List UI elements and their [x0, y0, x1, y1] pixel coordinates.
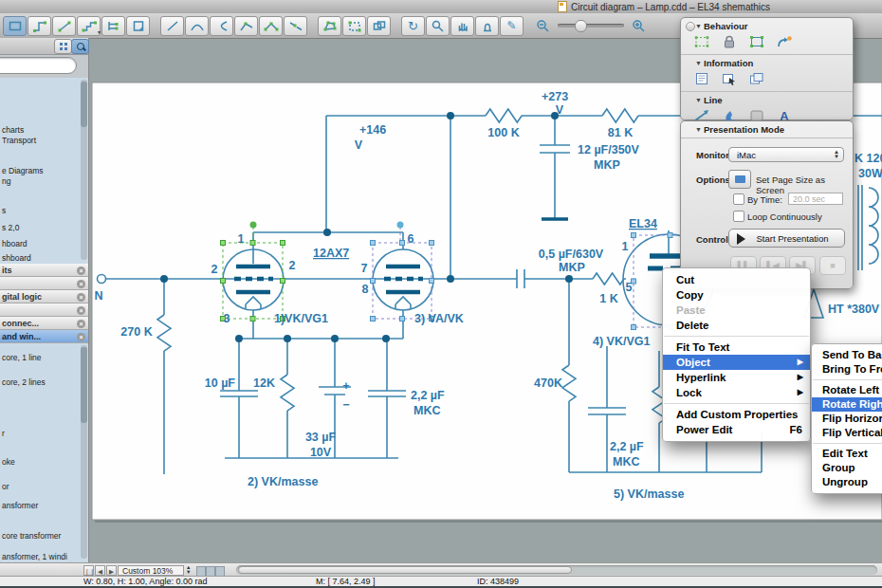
library-section[interactable]: ×	[0, 303, 88, 317]
library-item[interactable]: core transformer	[2, 531, 61, 541]
library-item[interactable]: oke	[2, 457, 15, 467]
submenu-item-rotate-left[interactable]: Rotate Left (	[812, 383, 882, 397]
label-el34[interactable]: EL34	[629, 217, 657, 230]
menu-item-copy[interactable]: Copy	[663, 287, 810, 303]
label-r470k[interactable]: 470K	[534, 377, 562, 390]
submenu-item-ungroup[interactable]: Ungroup	[812, 475, 882, 489]
submenu-item-flip-vertical[interactable]: Flip Vertical	[812, 426, 882, 440]
prev-page-button[interactable]: ◀	[95, 565, 105, 576]
stamp-tool-button[interactable]	[475, 16, 499, 36]
library-item[interactable]: ng	[2, 176, 10, 186]
label-r1k[interactable]: 1 K	[599, 292, 617, 305]
line-tool-button[interactable]	[160, 16, 184, 36]
library-item[interactable]: Transport	[2, 136, 36, 145]
direct-connector-button[interactable]	[52, 16, 76, 36]
pencil-tool-button[interactable]: ✎	[500, 16, 524, 36]
stop-button[interactable]: ■	[819, 256, 846, 275]
submenu-item-flip-horizontal[interactable]: Flip Horizor	[812, 412, 882, 426]
start-presentation-button[interactable]: Start Presentation	[728, 229, 845, 248]
label-r100k[interactable]: 100 K	[487, 126, 519, 139]
zoom-level-display[interactable]: Custom 103%	[118, 565, 184, 576]
menu-item-delete[interactable]: Delete	[663, 318, 810, 333]
library-grid-view-button[interactable]	[54, 39, 72, 54]
library-item[interactable]: charts	[2, 125, 24, 135]
sidebar-scrollbar[interactable]	[81, 345, 87, 559]
line-header[interactable]: Line	[681, 92, 853, 106]
information-header[interactable]: Information	[681, 55, 853, 69]
action-button[interactable]	[773, 33, 796, 50]
library-item[interactable]: core, 1 line	[2, 353, 42, 362]
library-section[interactable]: ×	[0, 277, 88, 290]
library-section-selected[interactable]: and win...×	[0, 330, 88, 343]
presentation-header[interactable]: Presentation Mode	[681, 121, 853, 138]
submenu-item-group[interactable]: Group	[812, 461, 882, 475]
layers-button[interactable]	[745, 70, 768, 87]
label-k120[interactable]: K 120	[854, 152, 882, 165]
library-section-circuits[interactable]: its×	[0, 264, 88, 277]
library-item[interactable]: or	[2, 482, 9, 491]
next-page-button[interactable]: ▶	[106, 565, 117, 576]
menu-item-add-custom-properties[interactable]: Add Custom Properties	[663, 407, 810, 422]
select-info-button[interactable]	[718, 70, 741, 87]
library-search-button[interactable]	[71, 39, 89, 54]
menu-item-hyperlink[interactable]: Hyperlink	[663, 370, 810, 385]
label-v273[interactable]: +273	[542, 90, 568, 103]
menu-item-object[interactable]: Object	[663, 355, 810, 370]
library-search-input[interactable]	[0, 57, 77, 74]
zoom-slider-knob[interactable]	[575, 20, 587, 32]
arc-tool-button[interactable]	[185, 16, 209, 36]
label-c22a[interactable]: 2,2 µF	[411, 389, 445, 402]
library-item[interactable]: core, 2 lines	[2, 377, 46, 387]
library-item[interactable]: ansformer, 1 windi	[2, 552, 67, 561]
label-c05[interactable]: 0,5 µF/630V	[539, 248, 604, 261]
menu-item-lock[interactable]: Lock	[663, 385, 810, 400]
group-select-tool-button[interactable]	[342, 16, 366, 36]
label-c22a-type[interactable]: MKC	[413, 404, 440, 417]
group-tool-button[interactable]	[367, 16, 391, 36]
monitor-dropdown[interactable]: iMac▲▼	[728, 147, 844, 162]
label-30w[interactable]: 30W	[858, 167, 882, 180]
zoom-tool-button[interactable]	[426, 16, 450, 36]
library-item[interactable]: s	[2, 206, 6, 215]
label-c22b-type[interactable]: MKC	[613, 455, 639, 469]
submenu-item-edit-text[interactable]: Edit Text	[812, 447, 882, 461]
sidebar-scrollbar[interactable]	[81, 80, 87, 260]
label-vk-masse-5[interactable]: 5) VK/masse	[614, 487, 684, 501]
label-c22b[interactable]: 2,2 µF	[610, 440, 644, 453]
close-icon[interactable]: ×	[77, 266, 85, 275]
label-c33v[interactable]: 10V	[310, 446, 332, 459]
properties-button[interactable]	[690, 70, 713, 87]
label-v146-unit[interactable]: V	[355, 138, 363, 152]
label-c05-type[interactable]: MKP	[559, 261, 585, 274]
close-icon[interactable]: ×	[77, 280, 85, 288]
by-time-checkbox[interactable]	[733, 193, 744, 205]
library-item[interactable]: s 2,0	[2, 223, 19, 232]
library-section-digital-logic[interactable]: gital logic×	[0, 290, 88, 303]
zoom-out-icon[interactable]	[536, 19, 550, 32]
curve-tool-button[interactable]	[210, 16, 233, 36]
close-icon[interactable]: ×	[77, 306, 85, 315]
library-item[interactable]: hboard	[2, 239, 27, 248]
horizontal-scrollbar-thumb[interactable]	[238, 566, 572, 574]
select-tool-button[interactable]	[3, 16, 27, 36]
label-vk-masse-2[interactable]: 2) VK/masse	[248, 475, 318, 488]
page-tab[interactable]	[196, 566, 206, 577]
behaviour-header[interactable]: Behaviour	[681, 18, 853, 32]
horizontal-scrollbar[interactable]	[236, 565, 877, 575]
lock-button[interactable]	[718, 33, 741, 50]
library-item[interactable]: e Diagrams	[2, 166, 43, 175]
title-bar[interactable]: Circuit diagram – Lamp.cdd – EL34 shemat…	[0, 0, 882, 14]
label-r270k[interactable]: 270 K	[120, 325, 152, 339]
splitter-button[interactable]: ❘❘	[83, 565, 94, 576]
sidebar-scrollbar-thumb[interactable]	[81, 82, 87, 127]
elbow-connector-button[interactable]	[28, 16, 51, 36]
label-v146[interactable]: +146	[359, 123, 386, 137]
label-c33[interactable]: 33 µF	[305, 431, 337, 444]
label-r81k[interactable]: 81 K	[608, 126, 633, 139]
close-icon[interactable]: ×	[77, 333, 85, 341]
palette-collapse-button[interactable]	[686, 22, 695, 31]
split-tool-button[interactable]	[284, 16, 307, 36]
submenu-item-rotate-right[interactable]: Rotate Right	[812, 397, 882, 412]
step-connector-button[interactable]: ▾	[77, 16, 101, 36]
reshape-tool-button[interactable]	[318, 16, 341, 36]
